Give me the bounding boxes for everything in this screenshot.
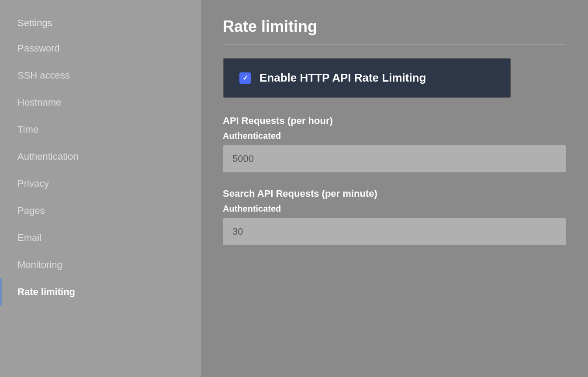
api-requests-section: API Requests (per hour) Authenticated bbox=[223, 115, 566, 188]
sidebar-item-password[interactable]: Password bbox=[0, 35, 201, 62]
sidebar-item-pages[interactable]: Pages bbox=[0, 197, 201, 224]
enable-rate-limiting-label: Enable HTTP API Rate Limiting bbox=[259, 71, 426, 85]
sidebar-item-privacy[interactable]: Privacy bbox=[0, 170, 201, 197]
enable-rate-limiting-checkbox[interactable] bbox=[239, 72, 251, 84]
sidebar-item-time[interactable]: Time bbox=[0, 116, 201, 143]
page-title: Rate limiting bbox=[223, 17, 566, 36]
sidebar-heading: Settings bbox=[0, 9, 201, 35]
search-api-section: Search API Requests (per minute) Authent… bbox=[223, 188, 566, 261]
sidebar-item-rate-limiting[interactable]: Rate limiting bbox=[0, 278, 201, 305]
search-api-title: Search API Requests (per minute) bbox=[223, 188, 566, 199]
search-api-authenticated-label: Authenticated bbox=[223, 204, 566, 214]
api-requests-authenticated-label: Authenticated bbox=[223, 131, 566, 141]
sidebar-item-authentication[interactable]: Authentication bbox=[0, 143, 201, 170]
section-divider bbox=[223, 45, 566, 45]
api-requests-authenticated-input[interactable] bbox=[223, 145, 566, 172]
enable-rate-limiting-container[interactable]: Enable HTTP API Rate Limiting bbox=[223, 58, 511, 98]
sidebar-item-email[interactable]: Email bbox=[0, 224, 201, 251]
sidebar-item-hostname[interactable]: Hostname bbox=[0, 89, 201, 116]
sidebar: Settings Password SSH access Hostname Ti… bbox=[0, 0, 201, 377]
sidebar-item-ssh-access[interactable]: SSH access bbox=[0, 62, 201, 89]
api-requests-title: API Requests (per hour) bbox=[223, 115, 566, 127]
main-content: Rate limiting Enable HTTP API Rate Limit… bbox=[201, 0, 588, 377]
search-api-authenticated-input[interactable] bbox=[223, 218, 566, 245]
sidebar-item-monitoring[interactable]: Monitoring bbox=[0, 251, 201, 278]
